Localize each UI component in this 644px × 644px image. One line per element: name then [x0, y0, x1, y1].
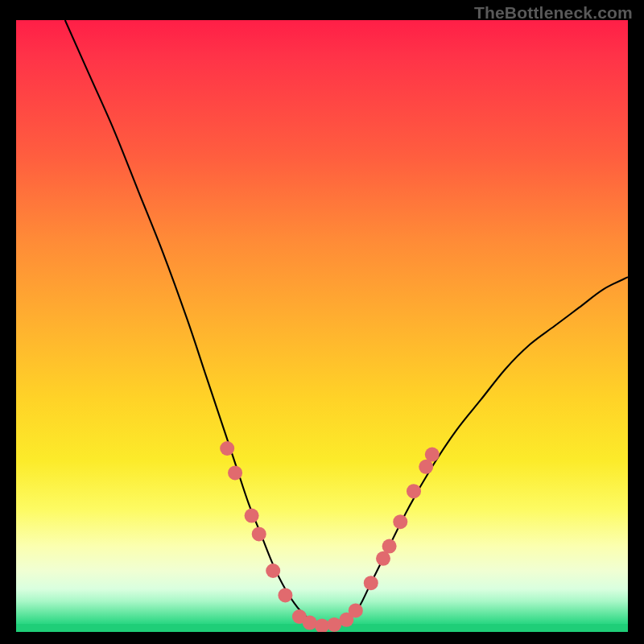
data-dot [425, 448, 440, 462]
data-dot [364, 576, 378, 590]
data-dot [382, 539, 397, 554]
chart-frame: TheBottleneck.com [0, 0, 644, 644]
data-dot [349, 603, 363, 617]
chart-svg [16, 20, 628, 632]
data-dot [407, 484, 421, 498]
chart-plot-area [16, 20, 628, 632]
watermark-text: TheBottleneck.com [474, 3, 633, 23]
data-dot [220, 441, 234, 456]
bottleneck-curve [65, 20, 628, 626]
data-dot [303, 616, 317, 630]
data-dot [393, 514, 407, 529]
data-dot [228, 465, 242, 480]
data-dot [252, 526, 266, 541]
data-dot [278, 588, 292, 602]
data-dot [245, 509, 259, 523]
data-dot [266, 564, 280, 578]
dots-group [220, 441, 440, 632]
